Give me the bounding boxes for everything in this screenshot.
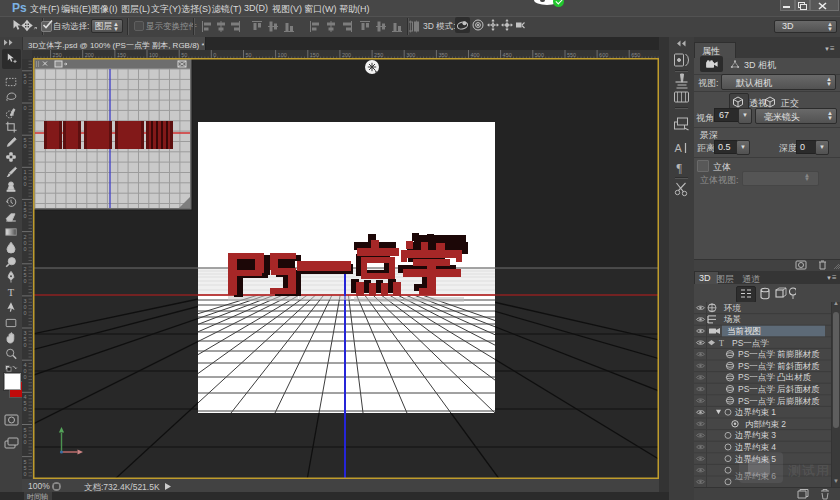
svg-text:T: T bbox=[719, 339, 724, 348]
svg-text:50: 50 bbox=[246, 52, 252, 58]
svg-text:350: 350 bbox=[438, 52, 447, 58]
svg-text:500: 500 bbox=[535, 52, 544, 58]
svg-text:100: 100 bbox=[149, 52, 158, 58]
svg-text:0: 0 bbox=[24, 439, 27, 445]
svg-text:300: 300 bbox=[406, 52, 415, 58]
svg-text:A: A bbox=[675, 142, 683, 154]
svg-text:¶: ¶ bbox=[677, 161, 683, 175]
svg-text:200: 200 bbox=[85, 52, 94, 58]
svg-text:0: 0 bbox=[24, 213, 27, 219]
svg-text:0: 0 bbox=[24, 406, 27, 412]
svg-text:250: 250 bbox=[53, 52, 62, 58]
svg-text:0: 0 bbox=[213, 52, 216, 58]
svg-text:0: 0 bbox=[24, 471, 27, 477]
svg-text:650: 650 bbox=[631, 52, 640, 58]
svg-text:0: 0 bbox=[24, 278, 27, 284]
svg-text:0: 0 bbox=[24, 310, 27, 316]
svg-text:100: 100 bbox=[278, 52, 287, 58]
svg-text:0: 0 bbox=[24, 374, 27, 380]
svg-text:T: T bbox=[8, 287, 15, 298]
svg-text:0: 0 bbox=[24, 181, 27, 187]
svg-text:450: 450 bbox=[503, 52, 512, 58]
svg-text:150: 150 bbox=[117, 52, 126, 58]
svg-text:50: 50 bbox=[181, 52, 187, 58]
svg-text:150: 150 bbox=[310, 52, 319, 58]
svg-text:600: 600 bbox=[599, 52, 608, 58]
svg-text:0: 0 bbox=[24, 105, 27, 111]
svg-text:0: 0 bbox=[24, 79, 27, 85]
svg-text:0: 0 bbox=[24, 143, 27, 149]
svg-text:0: 0 bbox=[24, 246, 27, 252]
svg-text:550: 550 bbox=[567, 52, 576, 58]
svg-text:250: 250 bbox=[374, 52, 383, 58]
svg-text:400: 400 bbox=[471, 52, 480, 58]
svg-text:200: 200 bbox=[342, 52, 351, 58]
svg-text:0: 0 bbox=[24, 342, 27, 348]
